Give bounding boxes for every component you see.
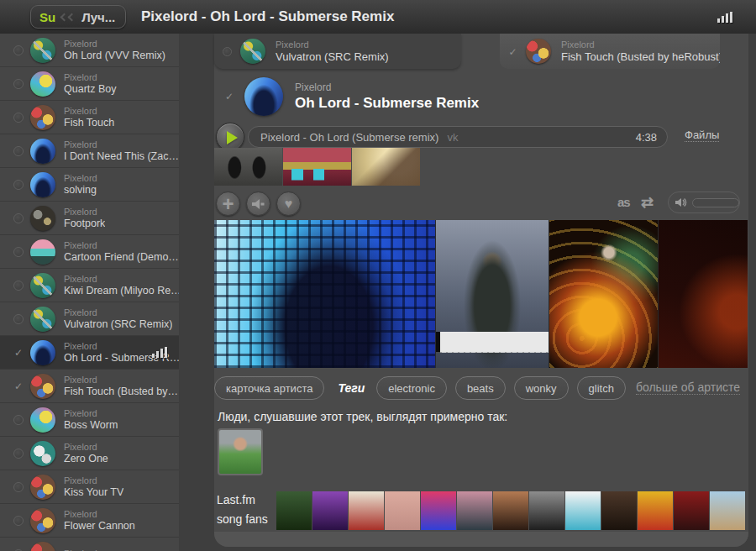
track-row[interactable]: Pixelord — [0, 538, 179, 551]
volume-control[interactable] — [668, 192, 740, 213]
fan-avatar-2[interactable] — [312, 491, 348, 530]
fan-avatar-4[interactable] — [385, 491, 420, 530]
now-playing-title: Pixelord - Oh Lord - Submerse Remix — [141, 8, 394, 25]
track-row[interactable]: Pixelord Zero One — [0, 437, 179, 470]
track-row[interactable]: Pixelord Fish Touch — [0, 101, 179, 134]
fan-avatar-11[interactable] — [638, 491, 673, 530]
track-row[interactable]: Pixelord Footpork — [0, 202, 179, 234]
track-checked-icon[interactable]: ✓ — [508, 47, 517, 56]
tag-button-beats[interactable]: beats — [455, 376, 506, 400]
track-row[interactable]: Pixelord Cartoon Friend (Demo… — [0, 235, 179, 268]
add-button[interactable]: + — [216, 192, 240, 216]
files-link[interactable]: Файлы — [685, 129, 719, 142]
video-thumbnail-eye[interactable] — [352, 148, 420, 186]
tab-previous-track[interactable]: Pixelord Vulvatron (SRC Remix) — [214, 34, 461, 69]
track-artist: Pixelord — [561, 39, 720, 50]
album-art — [526, 39, 551, 64]
track-state-icon[interactable] — [223, 47, 232, 56]
artist-photo-led-wall-dj — [214, 220, 435, 368]
track-row[interactable]: Pixelord Quartz Boy — [0, 67, 179, 100]
top-bar: Su Луч... Pixelord - Oh Lord - Submerse … — [0, 0, 756, 34]
track-row[interactable]: Pixelord Vulvatron (SRC Remix) — [0, 302, 179, 335]
track-state-icon[interactable] — [13, 79, 24, 89]
track-title: Zero One — [64, 453, 108, 465]
album-art — [30, 508, 55, 533]
scrobble-toggle[interactable]: as — [617, 195, 630, 209]
video-thumbnails — [214, 148, 420, 186]
fan-avatar-6[interactable] — [457, 491, 492, 530]
fan-avatar-3[interactable] — [349, 491, 384, 530]
more-about-artist-link[interactable]: больше об артисте — [636, 380, 740, 395]
love-button[interactable]: ♥ — [276, 192, 301, 216]
artist-card-button[interactable]: карточка артиста — [214, 376, 324, 400]
track-state-icon[interactable]: ✓ — [13, 381, 24, 391]
track-artist: Pixelord — [64, 274, 179, 285]
volume-slider[interactable] — [692, 198, 739, 207]
track-state-icon[interactable]: ✓ — [13, 348, 24, 358]
track-artist: Pixelord — [64, 509, 135, 520]
play-button[interactable] — [216, 123, 244, 151]
track-row[interactable]: Pixelord I Don't Need This (Zac… — [0, 134, 179, 167]
track-state-icon[interactable] — [13, 180, 24, 190]
track-row[interactable]: ✓ Pixelord Oh Lord - Submerse R… — [0, 336, 179, 369]
listener-avatar[interactable] — [218, 428, 263, 475]
track-state-icon[interactable] — [13, 247, 24, 257]
track-state-icon[interactable] — [13, 482, 24, 492]
breadcrumb-primary: Su — [39, 10, 55, 24]
track-checked-icon[interactable]: ✓ — [224, 92, 234, 102]
track-row[interactable]: Pixelord Kiss Your TV — [0, 470, 179, 503]
tab-next-track[interactable]: ✓ Pixelord Fish Touch (Busted by heRobus… — [500, 34, 720, 69]
track-artist: Pixelord — [64, 307, 172, 318]
fan-avatar-1[interactable] — [276, 491, 312, 530]
tag-button-wonky[interactable]: wonky — [514, 376, 569, 400]
tags-label: Теги — [338, 381, 365, 395]
current-track-title: Oh Lord - Submerse Remix — [295, 94, 479, 113]
track-title: Fish Touch (Busted by… — [64, 386, 178, 398]
album-art — [30, 71, 55, 97]
breadcrumb-secondary: Луч... — [81, 10, 115, 24]
album-art — [30, 307, 55, 332]
track-state-icon[interactable] — [13, 281, 24, 291]
volume-icon — [675, 197, 687, 207]
video-thumbnail-statues[interactable] — [214, 148, 282, 186]
track-row[interactable]: ✓ Pixelord Fish Touch (Busted by… — [0, 370, 179, 402]
track-row[interactable]: Pixelord Oh Lord (VVV Remix) — [0, 34, 179, 66]
fan-avatar-12[interactable] — [674, 491, 709, 530]
track-state-icon[interactable] — [13, 146, 24, 156]
playlist-breadcrumb-button[interactable]: Su Луч... — [30, 5, 126, 29]
tag-button-electronic[interactable]: electronic — [376, 376, 447, 400]
fan-avatar-7[interactable] — [493, 491, 528, 530]
repeat-button[interactable]: ⇄ — [641, 193, 654, 212]
player-controls-row: Pixelord - Oh Lord (Submerse remix) vk 4… — [214, 123, 748, 151]
track-state-icon[interactable] — [13, 516, 24, 526]
sidebar-track-list: Pixelord Oh Lord (VVV Remix) Pixelord Qu… — [0, 34, 179, 551]
track-state-icon[interactable] — [13, 415, 24, 425]
fan-avatar-10[interactable] — [601, 491, 637, 530]
seek-bar[interactable]: Pixelord - Oh Lord (Submerse remix) vk 4… — [248, 126, 668, 148]
fan-avatar-5[interactable] — [421, 491, 456, 530]
track-row[interactable]: Pixelord Kiwi Dream (Milyoo Re… — [0, 269, 179, 302]
track-row[interactable]: Pixelord Flower Cannon — [0, 504, 179, 537]
track-title: Oh Lord (VVV Remix) — [64, 50, 165, 62]
video-thumbnail-party[interactable] — [283, 148, 351, 186]
track-artist: Pixelord — [64, 207, 105, 218]
track-row[interactable]: Pixelord solving — [0, 168, 179, 201]
share-button[interactable] — [246, 192, 270, 216]
play-icon — [227, 131, 238, 144]
fan-avatar-13[interactable] — [710, 491, 745, 530]
fan-avatar-8[interactable] — [529, 491, 564, 530]
artist-photo-strip — [214, 220, 748, 368]
panel-scrollbar[interactable] — [214, 532, 748, 547]
tag-button-glitch[interactable]: glitch — [577, 376, 626, 400]
track-state-icon[interactable] — [13, 449, 24, 459]
track-artist: Pixelord — [64, 72, 117, 83]
track-state-icon[interactable] — [13, 213, 24, 223]
track-state-icon[interactable] — [13, 113, 24, 123]
track-row[interactable]: Pixelord Boss Worm — [0, 403, 179, 436]
album-art — [30, 475, 55, 500]
fans-label-line2: song fans — [217, 510, 268, 529]
fan-avatar-9[interactable] — [565, 491, 601, 530]
main-panel: Pixelord Vulvatron (SRC Remix) ✓ Pixelor… — [214, 34, 748, 547]
track-state-icon[interactable] — [13, 314, 24, 324]
track-state-icon[interactable] — [13, 45, 24, 55]
